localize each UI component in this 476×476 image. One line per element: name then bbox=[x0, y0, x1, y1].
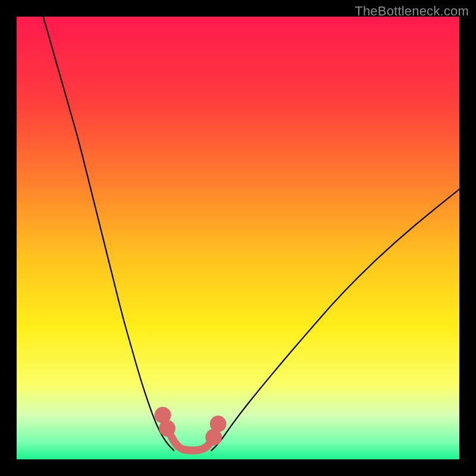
chart-canvas bbox=[17, 17, 459, 459]
plot-area bbox=[17, 17, 459, 459]
chart-frame: TheBottleneck.com bbox=[0, 0, 476, 476]
marker-point bbox=[210, 416, 227, 433]
chart-background bbox=[17, 17, 459, 459]
marker-point bbox=[159, 420, 176, 437]
watermark-text: TheBottleneck.com bbox=[355, 4, 469, 19]
